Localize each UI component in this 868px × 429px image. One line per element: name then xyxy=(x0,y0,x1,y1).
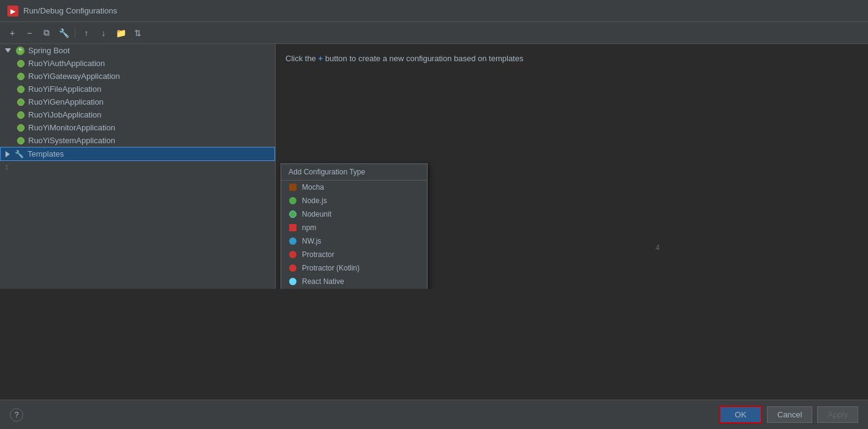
protractor-icon xyxy=(289,250,297,259)
dropdown-item-nodeunit[interactable]: Nodeunit xyxy=(281,207,427,221)
dropdown-item-mocha[interactable]: Mocha xyxy=(281,181,427,194)
number-badge-4: 4 xyxy=(655,244,660,252)
mocha-icon xyxy=(289,183,297,192)
title-bar-icon: ▶ xyxy=(7,6,18,17)
bottom-bar: ? OK Cancel Apply xyxy=(0,400,868,429)
plus-symbol: + xyxy=(318,54,323,63)
bottom-left: ? xyxy=(10,408,23,422)
dropdown-menu: Add Configuration Type Mocha Node.js Nod… xyxy=(281,163,428,289)
nwjs-icon xyxy=(289,237,297,245)
protractor-label: Protractor xyxy=(302,250,334,259)
ruoyi-gen-label: RuoYiGenApplication xyxy=(28,97,104,106)
expand-icon xyxy=(5,48,11,53)
dropdown-item-nwjs[interactable]: NW.js xyxy=(281,234,427,248)
spring-sub-icon xyxy=(17,60,25,67)
svg-text:▶: ▶ xyxy=(10,8,16,15)
spring-boot-label: Spring Boot xyxy=(28,46,70,55)
spring-boot-icon: 🍃 xyxy=(16,47,25,55)
dropdown-item-protractor-kotlin[interactable]: Protractor (Kotlin) xyxy=(281,261,427,275)
dropdown-item-nodejs[interactable]: Node.js xyxy=(281,194,427,207)
protractor-kotlin-label: Protractor (Kotlin) xyxy=(302,264,360,272)
left-panel-number-1: 1 xyxy=(0,161,275,173)
settings-button[interactable]: 🔧 xyxy=(56,26,71,40)
tree-item-ruoyi-file[interactable]: RuoYiFileApplication xyxy=(12,83,275,95)
copy-config-button[interactable]: ⧉ xyxy=(39,26,54,40)
toolbar: + − ⧉ 🔧 ↑ ↓ 📁 ⇅ xyxy=(0,22,868,44)
spring-sub-icon xyxy=(17,86,25,93)
ruoyi-monitor-label: RuoYiMonitorApplication xyxy=(28,123,115,132)
add-config-button[interactable]: + xyxy=(5,26,20,40)
nwjs-label: NW.js xyxy=(302,237,321,245)
nodeunit-label: Nodeunit xyxy=(302,210,331,218)
dropdown-item-react-native[interactable]: React Native xyxy=(281,275,427,288)
ruoyi-file-label: RuoYiFileApplication xyxy=(28,84,101,94)
ruoyi-gateway-label: RuoYiGatewayApplication xyxy=(28,72,120,81)
wrench-icon: 🔧 xyxy=(15,150,24,159)
tree-item-ruoyi-monitor[interactable]: RuoYiMonitorApplication xyxy=(12,121,275,134)
ruoyi-auth-label: RuoYiAuthApplication xyxy=(28,59,105,68)
dropdown-item-remote[interactable]: Remote xyxy=(281,288,427,289)
nodeunit-icon xyxy=(289,210,297,218)
templates-expand-icon xyxy=(6,151,10,157)
react-native-icon xyxy=(289,277,297,286)
bottom-right: OK Cancel Apply xyxy=(719,406,858,423)
sort-button[interactable]: ⇅ xyxy=(130,26,145,40)
spring-sub-icon xyxy=(17,124,25,132)
nodejs-label: Node.js xyxy=(302,196,327,205)
npm-label: npm xyxy=(302,223,316,232)
protractor-kotlin-icon xyxy=(289,264,297,272)
dropdown-header: Add Configuration Type xyxy=(281,164,427,181)
npm-icon xyxy=(289,223,297,232)
tree-item-spring-boot-parent[interactable]: 🍃 Spring Boot xyxy=(0,44,275,57)
move-down-button[interactable]: ↓ xyxy=(96,26,111,40)
spring-boot-children: RuoYiAuthApplication RuoYiGatewayApplica… xyxy=(12,57,275,147)
templates-label: Templates xyxy=(28,149,64,159)
folder-button[interactable]: 📁 xyxy=(113,26,128,40)
dropdown-item-npm[interactable]: npm xyxy=(281,221,427,234)
tree-item-ruoyi-gen[interactable]: RuoYiGenApplication xyxy=(12,95,275,108)
ok-button[interactable]: OK xyxy=(719,406,762,423)
help-button[interactable]: ? xyxy=(10,408,23,422)
mocha-label: Mocha xyxy=(302,183,324,192)
cancel-button[interactable]: Cancel xyxy=(767,406,812,423)
tree-item-ruoyi-auth[interactable]: RuoYiAuthApplication xyxy=(12,57,275,70)
content-area: 🍃 Spring Boot RuoYiAuthApplication RuoYi… xyxy=(0,44,868,289)
tree-item-ruoyi-gateway[interactable]: RuoYiGatewayApplication xyxy=(12,70,275,83)
nodejs-icon xyxy=(289,196,297,205)
apply-button[interactable]: Apply xyxy=(817,406,858,423)
react-native-label: React Native xyxy=(302,277,344,286)
spring-sub-icon xyxy=(17,99,25,106)
remove-config-button[interactable]: − xyxy=(22,26,37,40)
spring-sub-icon xyxy=(17,137,25,144)
info-text: Click the + button to create a new confi… xyxy=(285,54,858,63)
left-panel: 🍃 Spring Boot RuoYiAuthApplication RuoYi… xyxy=(0,44,276,289)
dropdown-item-protractor[interactable]: Protractor xyxy=(281,248,427,261)
ruoyi-job-label: RuoYiJobApplication xyxy=(28,110,101,119)
tree-item-ruoyi-job[interactable]: RuoYiJobApplication xyxy=(12,108,275,121)
title-bar: ▶ Run/Debug Configurations xyxy=(0,0,868,22)
tree-item-ruoyi-system[interactable]: RuoYiSystemApplication xyxy=(12,134,275,147)
toolbar-separator xyxy=(75,28,75,39)
dialog-title: Run/Debug Configurations xyxy=(23,6,117,15)
ruoyi-system-label: RuoYiSystemApplication xyxy=(28,136,115,145)
spring-sub-icon xyxy=(17,111,25,119)
tree-item-templates[interactable]: 🔧 Templates xyxy=(0,147,275,161)
spring-sub-icon xyxy=(17,73,25,80)
move-up-button[interactable]: ↑ xyxy=(79,26,94,40)
right-panel: Click the + button to create a new confi… xyxy=(276,44,868,289)
